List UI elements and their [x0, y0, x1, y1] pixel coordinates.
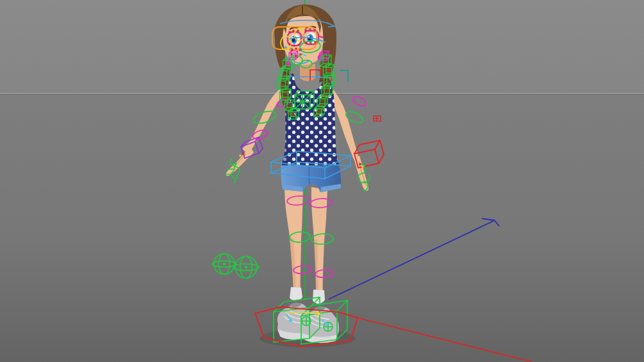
micro-control-dot[interactable] — [315, 42, 317, 44]
micro-control-dot[interactable] — [291, 54, 293, 56]
micro-control-dot[interactable] — [300, 54, 302, 56]
right-sock — [313, 290, 325, 304]
micro-control-dot[interactable] — [295, 48, 297, 50]
viewport[interactable] — [0, 0, 644, 362]
micro-control-dot[interactable] — [310, 29, 311, 31]
micro-control-dot[interactable] — [359, 163, 361, 165]
micro-control-dot[interactable] — [289, 31, 291, 33]
micro-control-dot[interactable] — [305, 29, 307, 31]
micro-control-dot[interactable] — [285, 47, 287, 49]
micro-control-dot[interactable] — [295, 55, 297, 57]
micro-control-dot[interactable] — [362, 166, 364, 168]
micro-control-dot[interactable] — [297, 30, 299, 32]
micro-control-dot[interactable] — [240, 155, 242, 157]
micro-control-dot[interactable] — [314, 29, 316, 31]
micro-control-dot[interactable] — [298, 44, 300, 46]
micro-control-dot[interactable] — [293, 30, 295, 32]
micro-control-dot[interactable] — [310, 43, 312, 45]
micro-control-dot[interactable] — [292, 49, 293, 51]
viewport-canvas[interactable] — [0, 0, 644, 362]
micro-control-dot[interactable] — [299, 49, 301, 51]
left-sock — [290, 287, 302, 300]
micro-control-dot[interactable] — [243, 153, 245, 155]
micro-control-dot[interactable] — [289, 44, 291, 45]
micro-control-dot[interactable] — [306, 42, 308, 44]
micro-control-dot[interactable] — [293, 45, 295, 47]
